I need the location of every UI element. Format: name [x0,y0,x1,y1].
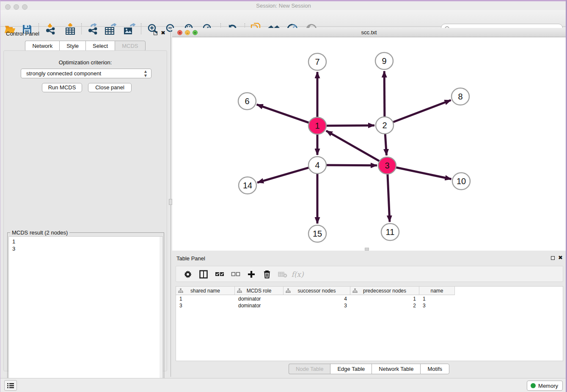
edge-1-2[interactable] [325,125,374,126]
cell-MCDS-role[interactable]: dominator [235,302,284,309]
table-tab-network-table[interactable]: Network Table [372,364,420,374]
column-header-label: predecessor nodes [363,288,406,294]
window-accent-top [0,0,567,1]
float-panel-icon[interactable] [154,31,157,35]
hierarchy-icon [286,288,291,293]
column-header-name[interactable]: name [419,287,455,295]
edge-2-3[interactable] [385,133,386,155]
cell-successor-nodes[interactable]: 3 [284,302,350,309]
delete-column-disabled-icon [276,268,289,281]
cell-name[interactable]: 3 [419,302,455,309]
control-panel-header: Control Panel ✖ [2,28,169,39]
network-title: scc.txt [172,29,566,36]
edge-3-11[interactable] [388,174,390,222]
close-panel-icon[interactable]: ✖ [161,30,165,36]
close-panel-button[interactable]: Close panel [88,83,132,92]
table-tab-edge-table[interactable]: Edge Table [330,364,372,374]
node-label-14: 14 [243,181,252,190]
hierarchy-icon [352,288,358,293]
cell-shared-name[interactable]: 3 [176,302,235,309]
cell-successor-nodes[interactable]: 4 [284,295,350,302]
show-columns-icon[interactable] [197,268,210,281]
cell-name[interactable]: 1 [419,295,455,302]
cell-predecessor-nodes[interactable]: 2 [350,302,419,309]
fx-label: f(x) [291,270,303,279]
node-table[interactable]: shared nameMCDS rolesuccessor nodesprede… [176,286,563,361]
session-title: Session: New Session [0,3,567,9]
control-tab-style[interactable]: Style [59,41,85,51]
network-graph: 7968124314101511 [172,37,566,251]
column-header-label: successor nodes [297,288,336,294]
network-window-titlebar: ✕ – + scc.txt [172,28,566,37]
hierarchy-icon [178,288,183,293]
mcds-result-item: 1 [12,238,159,245]
node-label-15: 15 [313,229,322,238]
task-history-button[interactable] [4,380,17,391]
vertical-splitter-handle[interactable] [169,199,172,205]
table-tab-node-table[interactable]: Node Table [289,364,330,374]
table-panel-title: Table Panel [176,255,205,262]
node-label-6: 6 [245,97,249,106]
cell-predecessor-nodes[interactable]: 1 [350,295,419,302]
add-row-icon[interactable] [245,268,258,281]
optimization-criterion-value: strongly connected component [26,70,101,77]
select-all-icon[interactable] [213,268,226,281]
control-tab-network[interactable]: Network [25,41,59,51]
column-header-MCDS-role[interactable]: MCDS role [235,287,284,295]
node-label-3: 3 [385,161,389,170]
table-panel-tabs: Node TableEdge TableNetwork TableMotifs [172,364,566,374]
table-tab-motifs[interactable]: Motifs [420,364,449,374]
cell-MCDS-role[interactable]: dominator [235,295,284,302]
node-label-4: 4 [315,160,319,170]
edge-4-14[interactable] [257,167,310,182]
node-label-7: 7 [315,57,319,66]
mcds-result-scrollbar[interactable] [160,237,162,391]
control-panel-tabs: NetworkStyleSelectMCDS [2,41,169,51]
edge-3-10[interactable] [395,167,451,179]
column-header-successor-nodes[interactable]: successor nodes [284,287,350,295]
float-table-panel-icon[interactable] [551,256,555,260]
function-builder-icon: f(x) [291,268,304,281]
control-tab-mcds[interactable]: MCDS [115,41,145,51]
column-header-shared-name[interactable]: shared name [176,287,235,295]
node-label-11: 11 [386,227,395,237]
mcds-result-group: MCDS result (2 nodes) 13 [7,232,164,392]
node-label-1: 1 [315,121,319,130]
memory-button[interactable]: Memory [527,381,563,391]
titlebar: Session: New Session [0,1,567,10]
column-header-predecessor-nodes[interactable]: predecessor nodes [350,287,419,295]
mcds-result-item: 3 [12,245,159,252]
edge-1-6[interactable] [257,105,310,123]
edge-4-3[interactable] [325,165,377,166]
network-splitter-handle[interactable] [365,248,369,251]
edge-2-9[interactable] [384,71,385,117]
optimization-criterion-select[interactable]: strongly connected component ▲▼ [21,69,151,78]
application-window: Session: New Session [0,0,567,392]
edge-2-8[interactable] [392,100,451,123]
network-canvas[interactable]: 7968124314101511 [172,37,566,251]
mcds-result-list[interactable]: 13 [8,236,163,391]
table-row[interactable]: 1dominator411 [176,295,455,302]
network-window: ✕ – + scc.txt 7968124314101511 [172,28,566,251]
table-panel-header: Table Panel ✖ [172,253,566,264]
delete-row-icon[interactable] [261,268,273,281]
control-tab-select[interactable]: Select [85,41,115,51]
node-table-header: shared nameMCDS rolesuccessor nodesprede… [176,287,455,295]
node-label-10: 10 [457,177,466,186]
table-settings-icon[interactable] [182,268,194,281]
column-header-label: MCDS role [247,288,272,294]
control-panel: Control Panel ✖ NetworkStyleSelectMCDS O… [2,28,169,373]
node-label-8: 8 [458,92,462,101]
cell-shared-name[interactable]: 1 [176,295,235,302]
table-row[interactable]: 3dominator323 [176,302,455,309]
edge-3-1[interactable] [326,131,380,162]
status-bar: Memory [0,378,567,392]
column-header-label: shared name [190,288,220,294]
close-table-panel-icon[interactable]: ✖ [558,254,563,261]
main-toolbar [0,10,567,27]
run-mcds-button[interactable]: Run MCDS [42,83,82,92]
mcds-result-title: MCDS result (2 nodes) [10,229,69,236]
optimization-criterion-label: Optimization criterion: [4,59,167,66]
deselect-all-icon[interactable] [229,268,242,281]
table-toolbar: f(x) [176,266,563,282]
